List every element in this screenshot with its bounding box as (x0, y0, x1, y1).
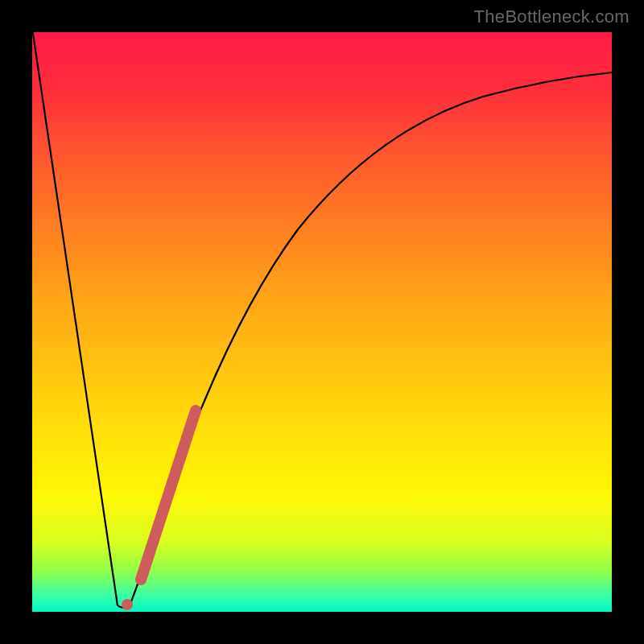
curve-right-ascent (130, 72, 612, 604)
watermark-text: TheBottleneck.com (474, 6, 630, 27)
curve-left-descent (32, 28, 118, 605)
highlight-segment (141, 411, 196, 580)
chart-frame: TheBottleneck.com (0, 0, 644, 644)
plot-area (32, 32, 612, 612)
curve-layer (32, 32, 612, 612)
minimum-marker (122, 599, 133, 610)
